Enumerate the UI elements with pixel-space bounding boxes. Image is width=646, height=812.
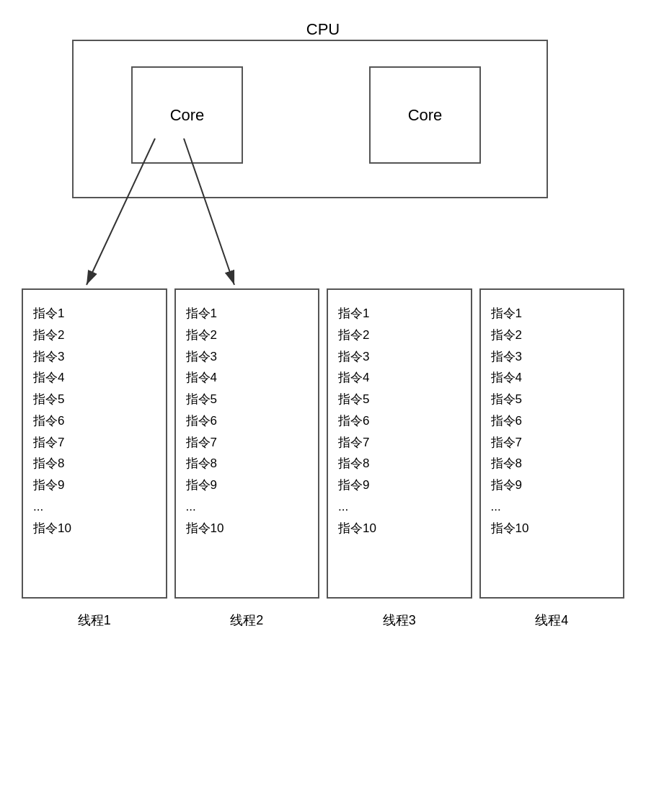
t2-i3: 指令3 bbox=[186, 346, 309, 368]
t1-i10: 指令10 bbox=[33, 518, 156, 539]
t3-ellipsis: ... bbox=[338, 496, 461, 518]
t4-i4: 指令4 bbox=[491, 367, 614, 389]
t4-i5: 指令5 bbox=[491, 389, 614, 410]
t2-i9: 指令9 bbox=[186, 475, 309, 496]
t2-i5: 指令5 bbox=[186, 389, 309, 410]
thread-box-3: 指令1 指令2 指令3 指令4 指令5 指令6 指令7 指令8 指令9 ... … bbox=[327, 288, 472, 599]
t3-i1: 指令1 bbox=[338, 303, 461, 325]
t1-i9: 指令9 bbox=[33, 475, 156, 496]
thread-box-1: 指令1 指令2 指令3 指令4 指令5 指令6 指令7 指令8 指令9 ... … bbox=[22, 288, 167, 599]
t1-i1: 指令1 bbox=[33, 303, 156, 325]
t2-i6: 指令6 bbox=[186, 410, 309, 432]
diagram-container: CPU Core Core 指令1 bbox=[0, 0, 646, 812]
t1-i3: 指令3 bbox=[33, 346, 156, 368]
t4-i3: 指令3 bbox=[491, 346, 614, 368]
t1-i6: 指令6 bbox=[33, 410, 156, 432]
t4-i6: 指令6 bbox=[491, 410, 614, 432]
thread-box-2: 指令1 指令2 指令3 指令4 指令5 指令6 指令7 指令8 指令9 ... … bbox=[174, 288, 320, 599]
t2-ellipsis: ... bbox=[186, 496, 309, 518]
t3-i5: 指令5 bbox=[338, 389, 461, 410]
t1-i5: 指令5 bbox=[33, 389, 156, 410]
t2-i8: 指令8 bbox=[186, 453, 309, 475]
t4-i9: 指令9 bbox=[491, 475, 614, 496]
t4-ellipsis: ... bbox=[491, 496, 614, 518]
thread-label-2: 线程2 bbox=[230, 612, 263, 629]
t3-i6: 指令6 bbox=[338, 410, 461, 432]
t2-i4: 指令4 bbox=[186, 367, 309, 389]
t3-i9: 指令9 bbox=[338, 475, 461, 496]
t1-i4: 指令4 bbox=[33, 367, 156, 389]
threads-area: 指令1 指令2 指令3 指令4 指令5 指令6 指令7 指令8 指令9 ... … bbox=[22, 288, 624, 629]
t3-i7: 指令7 bbox=[338, 432, 461, 454]
cpu-label: CPU bbox=[0, 20, 646, 39]
t1-i8: 指令8 bbox=[33, 453, 156, 475]
t2-i7: 指令7 bbox=[186, 432, 309, 454]
t3-i8: 指令8 bbox=[338, 453, 461, 475]
t3-i2: 指令2 bbox=[338, 325, 461, 346]
thread-label-3: 线程3 bbox=[383, 612, 416, 629]
core-box-2: Core bbox=[369, 66, 481, 164]
thread-column-2: 指令1 指令2 指令3 指令4 指令5 指令6 指令7 指令8 指令9 ... … bbox=[174, 288, 320, 629]
t3-i3: 指令3 bbox=[338, 346, 461, 368]
t4-i8: 指令8 bbox=[491, 453, 614, 475]
thread-label-4: 线程4 bbox=[535, 612, 568, 629]
t2-i2: 指令2 bbox=[186, 325, 309, 346]
t3-i10: 指令10 bbox=[338, 518, 461, 539]
t1-ellipsis: ... bbox=[33, 496, 156, 518]
core-box-1: Core bbox=[131, 66, 243, 164]
t3-i4: 指令4 bbox=[338, 367, 461, 389]
t4-i1: 指令1 bbox=[491, 303, 614, 325]
t4-i10: 指令10 bbox=[491, 518, 614, 539]
t1-i7: 指令7 bbox=[33, 432, 156, 454]
cpu-box: Core Core bbox=[72, 40, 548, 198]
t2-i10: 指令10 bbox=[186, 518, 309, 539]
t4-i7: 指令7 bbox=[491, 432, 614, 454]
thread-label-1: 线程1 bbox=[78, 612, 111, 629]
thread-column-1: 指令1 指令2 指令3 指令4 指令5 指令6 指令7 指令8 指令9 ... … bbox=[22, 288, 167, 629]
thread-box-4: 指令1 指令2 指令3 指令4 指令5 指令6 指令7 指令8 指令9 ... … bbox=[479, 288, 625, 599]
thread-column-3: 指令1 指令2 指令3 指令4 指令5 指令6 指令7 指令8 指令9 ... … bbox=[327, 288, 472, 629]
t4-i2: 指令2 bbox=[491, 325, 614, 346]
core2-label: Core bbox=[408, 106, 443, 125]
t1-i2: 指令2 bbox=[33, 325, 156, 346]
thread-column-4: 指令1 指令2 指令3 指令4 指令5 指令6 指令7 指令8 指令9 ... … bbox=[479, 288, 625, 629]
t2-i1: 指令1 bbox=[186, 303, 309, 325]
core1-label: Core bbox=[170, 106, 205, 125]
